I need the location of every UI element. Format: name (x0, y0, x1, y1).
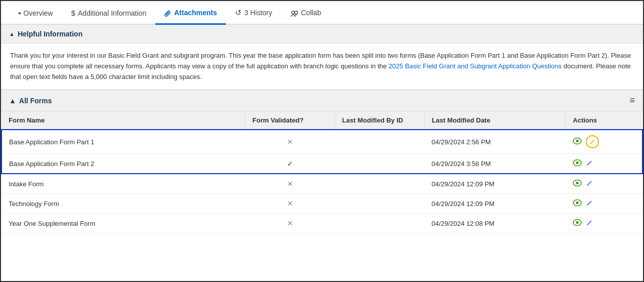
last-modified-date-cell: 04/29/2024 12:09 PM (425, 194, 566, 214)
svg-point-11 (576, 221, 578, 224)
x-icon: ✕ (287, 180, 293, 188)
tab-collab[interactable]: Collab (282, 2, 331, 25)
col-form-name: Form Name (2, 111, 245, 130)
last-modified-by-cell (335, 174, 425, 194)
col-form-validated: Form Validated? (245, 111, 335, 130)
last-modified-by-cell (335, 154, 425, 174)
actions-cell (566, 194, 642, 214)
tab-history[interactable]: ↺ 3 History (226, 1, 281, 25)
edit-pencil-icon[interactable] (586, 199, 593, 208)
svg-point-3 (576, 140, 578, 142)
svg-point-9 (576, 202, 578, 204)
helpful-information-section: ▲ Helpful Information Thank you for your… (1, 25, 643, 90)
last-modified-date-cell: 04/29/2024 3:58 PM (425, 154, 566, 174)
last-modified-date-cell: 04/29/2024 12:09 PM (425, 174, 566, 194)
last-modified-by-cell (335, 194, 425, 214)
form-validated-cell: ✕ (245, 214, 335, 233)
form-name-cell: Base Application Form Part 2 (2, 154, 245, 174)
helpful-information-header[interactable]: ▲ Helpful Information (1, 25, 643, 44)
form-validated-cell: ✓ (245, 154, 335, 174)
last-modified-by-cell (335, 130, 425, 154)
table-row: Base Application Form Part 1✕04/29/2024 … (2, 130, 642, 154)
form-name-cell: Technology Form (2, 194, 245, 214)
tab-additional-information[interactable]: $ Additional Information (62, 2, 156, 25)
form-validated-cell: ✕ (245, 194, 335, 214)
form-name-cell: Base Application Form Part 1 (2, 130, 245, 154)
svg-point-7 (576, 182, 578, 184)
hamburger-menu-icon[interactable]: ≡ (629, 95, 635, 106)
forms-table: Form Name Form Validated? Last Modified … (1, 111, 643, 233)
view-icon[interactable] (573, 199, 582, 208)
table-row: Technology Form✕04/29/2024 12:09 PM (2, 194, 642, 214)
tabs-bar: ▪ Overview $ Additional Information Atta… (1, 1, 643, 25)
last-modified-by-cell (335, 214, 425, 233)
edit-pencil-icon[interactable] (586, 159, 593, 168)
history-icon: ↺ (235, 8, 242, 17)
helpful-information-link[interactable]: 2025 Basic Field Grant and Subgrant Appl… (389, 62, 562, 70)
col-last-modified-by-id: Last Modified By ID (335, 111, 425, 130)
edit-pencil-icon[interactable] (586, 219, 593, 228)
all-forms-header[interactable]: ▲ All Forms ≡ (1, 90, 643, 111)
svg-point-1 (295, 11, 298, 14)
view-icon[interactable] (573, 159, 582, 168)
tab-attachments[interactable]: Attachments (155, 2, 226, 25)
edit-pencil-circled-icon[interactable] (586, 135, 599, 148)
svg-point-5 (576, 162, 578, 164)
helpful-information-body: Thank you for your interest in our Basic… (1, 44, 643, 89)
last-modified-date-cell: 04/29/2024 12:08 PM (425, 214, 566, 233)
overview-icon: ▪ (18, 9, 21, 17)
x-icon: ✕ (287, 219, 293, 227)
form-name-cell: Intake Form (2, 174, 245, 194)
table-row: Year One Supplemental Form✕04/29/2024 12… (2, 214, 642, 233)
col-last-modified-date: Last Modified Date (425, 111, 566, 130)
edit-pencil-icon[interactable] (586, 180, 593, 188)
col-actions: Actions (566, 111, 642, 130)
x-icon: ✕ (287, 138, 293, 146)
actions-cell (566, 174, 642, 194)
dollar-icon: $ (71, 9, 75, 17)
actions-cell (566, 154, 642, 174)
collapse-triangle-icon: ▲ (9, 31, 15, 37)
actions-cell (566, 130, 642, 154)
form-name-cell: Year One Supplemental Form (2, 214, 245, 233)
table-row: Base Application Form Part 2✓04/29/2024 … (2, 154, 642, 174)
attachment-icon (164, 9, 171, 17)
table-header-row: Form Name Form Validated? Last Modified … (2, 111, 642, 130)
actions-cell (566, 214, 642, 233)
view-icon[interactable] (573, 179, 582, 188)
svg-point-0 (292, 11, 295, 14)
form-validated-cell: ✕ (245, 130, 335, 154)
x-icon: ✕ (287, 199, 293, 208)
view-icon[interactable] (573, 137, 582, 146)
table-row: Intake Form✕04/29/2024 12:09 PM (2, 174, 642, 194)
form-validated-cell: ✕ (245, 174, 335, 194)
view-icon[interactable] (573, 219, 582, 228)
all-forms-section: ▲ All Forms ≡ Form Name Form Validated? … (1, 90, 643, 233)
last-modified-date-cell: 04/29/2024 2:56 PM (425, 130, 566, 154)
check-icon: ✓ (287, 159, 293, 168)
collab-icon (291, 9, 299, 17)
forms-collapse-triangle-icon: ▲ (9, 97, 16, 105)
tab-overview[interactable]: ▪ Overview (9, 2, 62, 25)
